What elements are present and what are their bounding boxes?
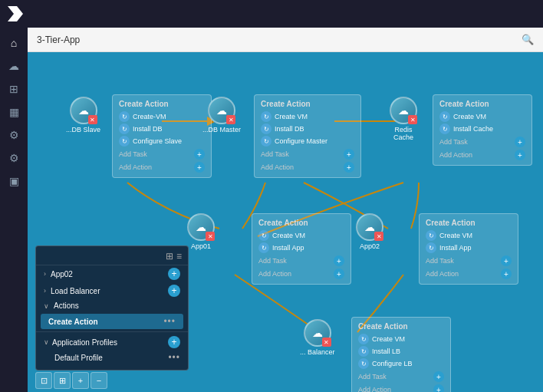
panel-list-icon[interactable]: ≡: [176, 251, 182, 262]
node-redis-cache: ☁ ✕ Redis Cache: [384, 97, 423, 141]
sidebar-item-gear[interactable]: ⚙: [5, 126, 23, 144]
close-badge-db-slave[interactable]: ✕: [88, 115, 97, 124]
grid-btn[interactable]: ⊞: [54, 372, 71, 389]
sidebar-item-settings[interactable]: ⚙: [5, 149, 23, 167]
action-panel-db-master: Create Action ↻ Create VM ↻ Install DB ↻…: [254, 94, 361, 178]
add-action-row-slave: Add Action +: [119, 162, 205, 173]
add-task-button-slave[interactable]: +: [194, 149, 205, 160]
add-btn-toolbar[interactable]: +: [72, 372, 89, 389]
add-task-button-app01[interactable]: +: [334, 255, 344, 266]
add-task-row-redis: Add Task +: [439, 137, 525, 147]
close-badge-redis[interactable]: ✕: [408, 115, 417, 124]
panel-row-actions[interactable]: ∨ Actions: [36, 299, 188, 312]
add-action-button-slave[interactable]: +: [194, 162, 205, 173]
task-icon-a2: ↻: [258, 242, 269, 253]
node-db-master: ☁ ✕ ...DB Master: [202, 97, 241, 133]
app-container: ⌂ ☁ ⊞ ▦ ⚙ ⚙ ▣ 3-Tier-App 🔍: [0, 0, 543, 392]
canvas-icon-btn[interactable]: ⊡: [35, 372, 52, 389]
divider: [36, 331, 188, 332]
breadcrumb: 3-Tier-App: [37, 35, 80, 45]
action-panel-app02: Create Action ↻ Create VM ↻ Install App …: [419, 213, 518, 285]
panel-row-default-profile[interactable]: Default Profile •••: [36, 350, 188, 365]
task-icon-lb2: ↻: [358, 346, 369, 357]
action-title-db-slave: Create Action: [119, 100, 205, 108]
close-badge-app02[interactable]: ✕: [374, 232, 383, 241]
sidebar-item-network[interactable]: ⊞: [5, 80, 23, 98]
action-item-install-lb: ↻ Install LB: [358, 346, 444, 357]
sidebar-item-home[interactable]: ⌂: [5, 34, 23, 52]
action-title-db-master: Create Action: [261, 100, 354, 108]
vm-icon-app01: ☁ ✕: [187, 213, 215, 241]
action-panel-app01: Create Action ↻ Create VM ↻ Install App …: [252, 213, 351, 285]
add-task-button-balancer[interactable]: +: [433, 371, 444, 382]
panel-label-loadbalancer: Load Balancer: [51, 287, 163, 295]
action-item-create-vm-app01: ↻ Create VM: [258, 230, 344, 241]
node-label-redis: Redis Cache: [384, 126, 423, 141]
add-task-row-slave: Add Task +: [119, 149, 205, 160]
chevron-right-icon2: ›: [44, 287, 46, 295]
close-badge-db-master[interactable]: ✕: [226, 115, 235, 124]
add-loadbalancer-button[interactable]: +: [168, 285, 180, 297]
content-area: 3-Tier-App 🔍: [28, 28, 543, 392]
action-item-create-vm-balancer: ↻ Create VM: [358, 334, 444, 344]
add-action-button-redis[interactable]: +: [515, 150, 525, 160]
action-item-install-app02: ↻ Install App: [426, 242, 512, 253]
sidebar-item-box[interactable]: ▣: [5, 172, 23, 190]
add-action-button-balancer[interactable]: +: [433, 384, 444, 392]
panel-label-default-profile: Default Profile: [44, 354, 163, 362]
add-task-button-app02[interactable]: +: [501, 255, 512, 266]
app-logo: [8, 6, 23, 21]
task-icon-lb3: ↻: [358, 358, 369, 369]
action-item-install-app01: ↻ Install App: [258, 242, 344, 253]
panel-label-app02: App02: [51, 270, 163, 278]
bottom-toolbar: ⊡ ⊞ + −: [35, 372, 107, 389]
add-task-row-app01: Add Task +: [258, 255, 344, 266]
chevron-down-icon: ∨: [44, 302, 49, 310]
vm-icon-balancer: ☁ ✕: [304, 319, 331, 347]
add-profile-button[interactable]: +: [168, 336, 180, 348]
action-item-install-db-slave: ↻ Install DB: [119, 124, 205, 134]
add-action-row-balancer: Add Action +: [358, 384, 444, 392]
action-item-create-vm-redis: ↻ Create VM: [439, 111, 525, 122]
action-title-redis: Create Action: [439, 100, 525, 108]
action-item-create-vm-master: ↻ Create VM: [261, 111, 354, 122]
canvas-area: ☁ ✕ ...DB Slave Create Action ↻ Create-V…: [28, 52, 543, 392]
node-app01: ☁ ✕ App01: [187, 213, 215, 250]
search-icon[interactable]: 🔍: [522, 34, 534, 45]
node-label-app01: App01: [191, 242, 211, 250]
node-label-db-slave: ...DB Slave: [66, 126, 100, 133]
add-action-button-app01[interactable]: +: [334, 268, 344, 279]
panel-grid-icon[interactable]: ⊞: [166, 251, 173, 262]
left-sidebar: ⌂ ☁ ⊞ ▦ ⚙ ⚙ ▣: [0, 28, 28, 392]
panel-row-loadbalancer[interactable]: › Load Balancer +: [36, 282, 188, 299]
main-content: ⌂ ☁ ⊞ ▦ ⚙ ⚙ ▣ 3-Tier-App 🔍: [0, 28, 543, 392]
action-menu-dots[interactable]: •••: [163, 316, 176, 327]
sidebar-item-grid[interactable]: ▦: [5, 103, 23, 121]
action-title-app01: Create Action: [258, 219, 344, 227]
task-icon-m3: ↻: [261, 136, 272, 147]
panel-label-actions: Actions: [54, 301, 180, 310]
sidebar-item-cloud[interactable]: ☁: [5, 57, 23, 75]
task-icon-b2: ↻: [426, 242, 436, 253]
chevron-right-icon: ›: [44, 270, 46, 278]
node-balancer: ☁ ✕ ... Balancer: [300, 319, 335, 356]
profile-menu-dots[interactable]: •••: [168, 352, 180, 363]
panel-row-profiles[interactable]: ∨ Application Profiles +: [36, 334, 188, 350]
panel-label-profiles: Application Profiles: [52, 338, 165, 347]
action-item-configure-lb: ↻ Configure LB: [358, 358, 444, 369]
action-item-create-vm-slave: ↻ Create-VM: [119, 111, 205, 122]
vm-icon-redis: ☁ ✕: [390, 97, 417, 124]
node-db-slave: ☁ ✕ ...DB Slave: [66, 97, 100, 133]
add-app02-button[interactable]: +: [168, 268, 180, 280]
create-action-row[interactable]: Create Action •••: [41, 314, 183, 329]
add-task-row-app02: Add Task +: [426, 255, 512, 266]
close-badge-app01[interactable]: ✕: [206, 232, 215, 241]
add-action-button-master[interactable]: +: [344, 162, 354, 173]
task-icon-a1: ↻: [258, 230, 269, 241]
close-badge-balancer[interactable]: ✕: [322, 338, 331, 347]
panel-row-app02[interactable]: › App02 +: [36, 265, 188, 282]
add-task-button-master[interactable]: +: [344, 149, 354, 160]
add-action-button-app02[interactable]: +: [501, 268, 512, 279]
remove-btn-toolbar[interactable]: −: [90, 372, 107, 389]
add-task-button-redis[interactable]: +: [515, 137, 525, 147]
